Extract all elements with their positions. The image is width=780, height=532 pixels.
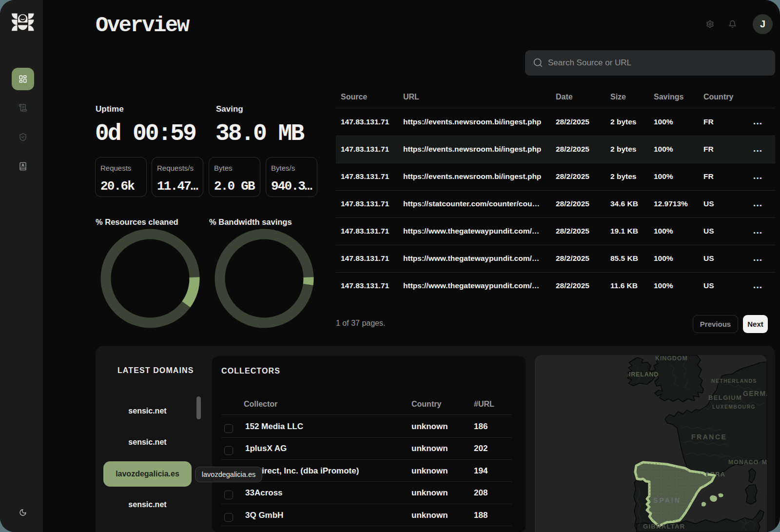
svg-text:MONACO: MONACO <box>728 459 759 466</box>
svg-text:GIBRALTAR: GIBRALTAR <box>643 523 685 530</box>
svg-text:IRELAND: IRELAND <box>629 371 659 378</box>
svg-text:BELGIUM: BELGIUM <box>708 394 742 401</box>
svg-text:FRANCE: FRANCE <box>691 433 727 441</box>
svg-text:KINGDOM: KINGDOM <box>655 355 688 362</box>
svg-text:LUXEMBOURG: LUXEMBOURG <box>712 404 756 410</box>
svg-text:GERMA: GERMA <box>743 390 767 397</box>
svg-text:SPAIN: SPAIN <box>653 496 681 504</box>
svg-text:NETHERLANDS: NETHERLANDS <box>711 378 757 384</box>
svg-text:M: M <box>762 459 767 466</box>
